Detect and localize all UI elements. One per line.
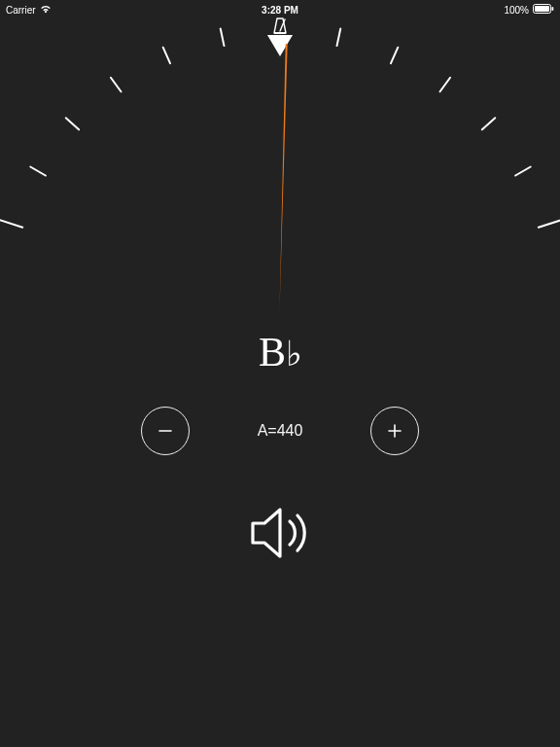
increase-pitch-button[interactable] (370, 407, 419, 455)
dial-tick (538, 218, 560, 229)
plus-icon (385, 421, 404, 441)
wifi-icon (40, 5, 52, 16)
note-accidental: ♭ (286, 335, 301, 374)
dial-tick (438, 76, 451, 92)
tuner-dial (280, 311, 281, 312)
dial-tick (64, 117, 80, 131)
dial-tick (0, 218, 23, 229)
play-tone-button[interactable] (245, 504, 315, 566)
dial-tick (110, 76, 122, 92)
battery-label: 100% (504, 5, 529, 16)
carrier-label: Carrier (6, 5, 36, 16)
note-letter: B (259, 330, 285, 374)
dial-tick (29, 165, 47, 177)
dial-tick (220, 27, 226, 47)
decrease-pitch-button[interactable] (141, 407, 190, 455)
reference-pitch-row: A=440 (0, 407, 560, 455)
dial-tick (335, 27, 341, 47)
dial-tick (480, 117, 496, 131)
dial-tick (514, 165, 532, 177)
speaker-icon (245, 504, 315, 562)
svg-rect-1 (535, 6, 549, 12)
clock-label: 3:28 PM (262, 5, 298, 16)
dial-tick (390, 46, 400, 64)
battery-icon (533, 4, 554, 16)
detected-note: B♭ (259, 329, 301, 375)
minus-icon (156, 421, 175, 441)
status-bar: Carrier 3:28 PM 100% (0, 0, 560, 18)
svg-rect-4 (274, 32, 286, 34)
dial-tick (161, 46, 171, 64)
svg-rect-2 (552, 7, 554, 11)
reference-pitch-label: A=440 (258, 422, 303, 440)
tuner-needle (279, 44, 289, 311)
center-pointer-icon (267, 35, 293, 56)
